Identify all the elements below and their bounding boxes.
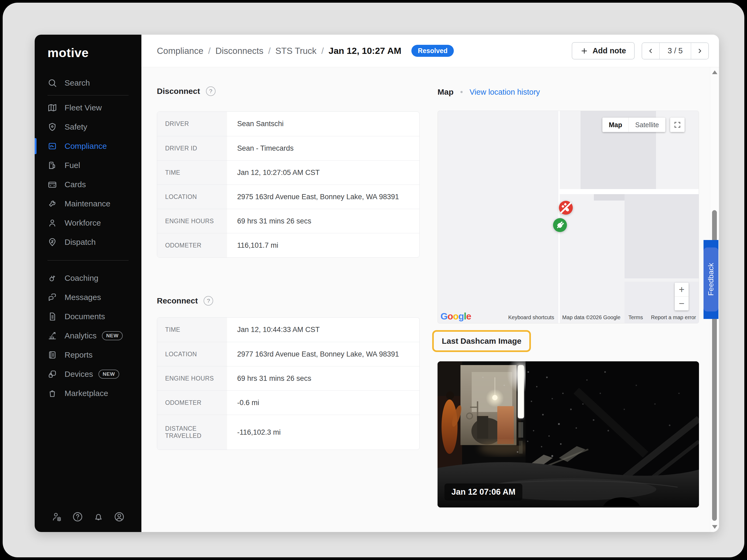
- user-settings-icon[interactable]: [51, 511, 62, 523]
- sidebar-item-fleet-view[interactable]: Fleet View: [35, 98, 141, 117]
- row-label: DRIVER: [157, 112, 227, 136]
- dispatch-pin-icon: [48, 237, 57, 247]
- row-value: Sean Santschi: [227, 112, 419, 136]
- sidebar-search[interactable]: Search: [35, 73, 141, 92]
- record-pager: 3 / 5: [642, 43, 709, 59]
- row-value: 2975 163rd Avenue East, Bonney Lake, WA …: [227, 185, 419, 209]
- shopping-bag-icon: [48, 389, 57, 398]
- chat-bubbles-icon: [48, 293, 57, 302]
- map-building-block: [594, 194, 624, 201]
- pager-next-button[interactable]: [691, 43, 708, 59]
- sidebar-item-cards[interactable]: Cards: [35, 175, 141, 194]
- table-row: ODOMETER-0.6 mi: [157, 391, 419, 415]
- dashcam-title: Last Dashcam Image: [442, 337, 521, 345]
- table-row: TIMEJan 12, 10:27:05 AM CST: [157, 160, 419, 185]
- sidebar-item-label: Coaching: [65, 274, 99, 283]
- sidebar-item-compliance[interactable]: Compliance: [35, 136, 141, 156]
- breadcrumb-vehicle[interactable]: STS Truck: [275, 46, 316, 56]
- row-label: DRIVER ID: [157, 136, 227, 160]
- sidebar-item-messages[interactable]: Messages: [35, 288, 141, 307]
- sidebar-item-analytics[interactable]: Analytics NEW: [35, 326, 141, 345]
- sidebar-item-label: Marketplace: [65, 389, 108, 398]
- scrollbar-down-arrow[interactable]: [712, 525, 717, 529]
- map-icon: [48, 103, 57, 112]
- shield-icon: [48, 122, 57, 132]
- feedback-tab[interactable]: Feedback: [703, 240, 718, 319]
- sidebar-item-maintenance[interactable]: Maintenance: [35, 194, 141, 213]
- row-value: -0.6 mi: [227, 391, 419, 415]
- reconnect-section-header: Reconnect ?: [157, 296, 213, 305]
- scrollbar-up-arrow[interactable]: [712, 71, 717, 74]
- disconnect-marker[interactable]: [558, 200, 573, 215]
- breadcrumb-separator: /: [268, 46, 271, 56]
- sidebar-item-fuel[interactable]: Fuel: [35, 156, 141, 175]
- sidebar-item-label: Cards: [65, 180, 86, 189]
- row-label: ENGINE HOURS: [157, 209, 227, 233]
- row-label: ODOMETER: [157, 233, 227, 257]
- sidebar-item-devices[interactable]: Devices NEW: [35, 365, 141, 384]
- view-location-history-link[interactable]: View location history: [469, 88, 540, 97]
- fullscreen-button[interactable]: [670, 117, 685, 132]
- sidebar-item-dispatch[interactable]: Dispatch: [35, 233, 141, 252]
- row-label: DISTANCE TRAVELLED: [157, 415, 227, 450]
- disconnect-help-icon[interactable]: ?: [206, 86, 215, 96]
- breadcrumb-compliance[interactable]: Compliance: [157, 46, 203, 56]
- pager-prev-button[interactable]: [642, 43, 659, 59]
- row-value: Jan 12, 10:44:33 AM CST: [227, 318, 419, 342]
- help-icon[interactable]: [72, 511, 83, 523]
- table-row: DRIVER IDSean - Timecards: [157, 136, 419, 160]
- bell-icon[interactable]: [93, 511, 104, 523]
- map-type-map-button[interactable]: Map: [602, 117, 628, 132]
- sidebar-item-safety[interactable]: Safety: [35, 117, 141, 136]
- breadcrumb-disconnects[interactable]: Disconnects: [215, 46, 263, 56]
- header-actions: Add note 3 / 5: [572, 42, 709, 59]
- account-icon[interactable]: [114, 511, 125, 523]
- sidebar-item-label: Workforce: [65, 218, 101, 228]
- sidebar-item-label: Analytics: [65, 331, 97, 340]
- row-value: 116,101.7 mi: [227, 233, 419, 257]
- device-lock-icon: [48, 369, 57, 379]
- sidebar-divider: [48, 95, 129, 96]
- feedback-tab-label: Feedback: [703, 240, 718, 319]
- table-row: LOCATION2975 163rd Avenue East, Bonney L…: [157, 185, 419, 209]
- reconnect-marker[interactable]: [552, 218, 567, 233]
- sidebar-item-reports[interactable]: Reports: [35, 345, 141, 365]
- sidebar-search-label: Search: [65, 78, 90, 87]
- dot-separator: [461, 91, 463, 93]
- map-type-satellite-button[interactable]: Satellite: [628, 117, 665, 132]
- reconnect-title: Reconnect: [157, 296, 198, 305]
- terms-link[interactable]: Terms: [628, 314, 643, 321]
- table-row: DRIVERSean Santschi: [157, 112, 419, 136]
- status-badge: Resolved: [411, 45, 454, 57]
- row-label: ODOMETER: [157, 391, 227, 415]
- add-note-button[interactable]: Add note: [572, 42, 635, 59]
- main-panel: Compliance / Disconnects / STS Truck / J…: [141, 35, 719, 532]
- active-indicator: [35, 138, 36, 154]
- zoom-out-button[interactable]: −: [675, 296, 689, 311]
- report-map-error-link[interactable]: Report a map error: [651, 314, 696, 321]
- sidebar-item-marketplace[interactable]: Marketplace: [35, 384, 141, 403]
- google-logo[interactable]: Google: [440, 311, 471, 322]
- row-value: -116,102.3 mi: [227, 415, 419, 450]
- row-label: TIME: [157, 318, 227, 342]
- sidebar-item-documents[interactable]: Documents: [35, 307, 141, 326]
- new-badge: NEW: [102, 331, 123, 340]
- sidebar-item-label: Fuel: [65, 161, 80, 170]
- sidebar-item-workforce[interactable]: Workforce: [35, 213, 141, 233]
- dashcam-image[interactable]: Jan 12 07:06 AM: [438, 361, 699, 507]
- keyboard-shortcuts-link[interactable]: Keyboard shortcuts: [508, 314, 554, 321]
- table-row: LOCATION2977 163rd Avenue East, Bonney L…: [157, 342, 419, 366]
- motive-logo[interactable]: motive: [48, 45, 141, 60]
- wrench-icon: [48, 199, 57, 209]
- row-value: Sean - Timecards: [227, 136, 419, 160]
- zoom-in-button[interactable]: +: [675, 283, 689, 296]
- person-icon: [48, 218, 57, 228]
- chevron-left-icon: [647, 48, 654, 54]
- sidebar-item-coaching[interactable]: Coaching: [35, 269, 141, 288]
- map-canvas[interactable]: Map Satellite + − Google Keyboard shortc…: [438, 111, 699, 323]
- dashcam-timestamp: Jan 12 07:06 AM: [444, 483, 522, 501]
- sidebar: motive Search Fleet View Safety Complian…: [35, 35, 141, 532]
- map-attribution: Keyboard shortcuts Map data ©2026 Google…: [508, 314, 696, 321]
- reconnect-help-icon[interactable]: ?: [204, 296, 213, 305]
- breadcrumb-separator: /: [321, 46, 324, 56]
